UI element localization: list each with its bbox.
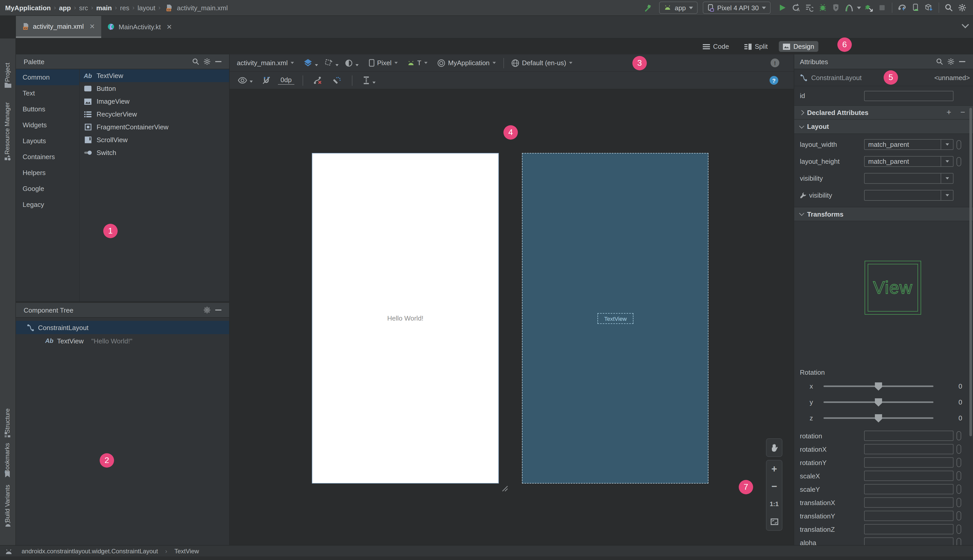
status-selected-component[interactable]: TextView	[174, 547, 199, 555]
chevron-down-icon[interactable]	[857, 7, 861, 9]
field-toggle[interactable]	[956, 431, 961, 440]
gear-icon[interactable]	[201, 57, 213, 67]
sidebar-item-build-variants[interactable]: Build Variants	[0, 500, 16, 508]
sidebar-item-project[interactable]: Project	[0, 68, 16, 77]
bookmark-icon[interactable]	[4, 471, 11, 478]
clear-constraints-button[interactable]	[311, 76, 324, 85]
mode-code-button[interactable]: Code	[699, 41, 733, 52]
device-select[interactable]: Pixel 4 API 30	[703, 2, 771, 14]
breadcrumb-file[interactable]: activity_main.xml	[176, 4, 229, 12]
infer-constraints-button[interactable]	[329, 76, 343, 85]
palette-category-legacy[interactable]: Legacy	[16, 197, 79, 213]
debug-button[interactable]	[816, 2, 829, 14]
settings-gear-icon[interactable]	[956, 2, 969, 14]
tab-mainactivity-kt[interactable]: MainActivity.kt ✕	[101, 16, 178, 38]
locale-selector[interactable]: Default (en-us)	[509, 59, 575, 67]
rotation-z-slider[interactable]	[824, 417, 933, 419]
device-manager-icon[interactable]	[909, 2, 922, 14]
mode-split-button[interactable]: Split	[740, 41, 772, 52]
default-margin-button[interactable]: 0dp	[278, 76, 294, 85]
visibility-select[interactable]	[864, 173, 953, 184]
layout-width-select[interactable]: match_parent	[864, 139, 953, 150]
hide-panel-icon[interactable]	[956, 57, 968, 67]
scrollbar[interactable]	[970, 108, 972, 436]
sidebar-item-resource-manager[interactable]: Resource Manager	[0, 124, 16, 132]
view-options-button[interactable]	[236, 77, 255, 84]
translationy-input[interactable]	[864, 511, 953, 521]
palette-category-text[interactable]: Text	[16, 85, 79, 101]
run-configuration-select[interactable]: app	[659, 2, 698, 14]
sdk-manager-icon[interactable]	[922, 2, 936, 14]
tree-row-textview[interactable]: Ab TextView "Hello World!"	[16, 334, 229, 347]
breadcrumb-layout[interactable]: layout	[136, 4, 156, 12]
tree-row-constraintlayout[interactable]: ConstraintLayout	[16, 321, 229, 334]
field-toggle[interactable]	[956, 458, 961, 467]
issue-indicator-icon[interactable]: !	[771, 58, 779, 67]
field-toggle[interactable]	[956, 525, 961, 534]
attach-debugger-icon[interactable]	[862, 2, 875, 14]
rotation-x-slider[interactable]	[824, 385, 933, 387]
hello-world-text[interactable]: Hello World!	[313, 314, 498, 322]
scaley-input[interactable]	[864, 484, 953, 494]
translationz-input[interactable]	[864, 524, 953, 534]
hide-panel-icon[interactable]	[213, 305, 224, 315]
alpha-input[interactable]	[864, 537, 953, 545]
palette-item-switch[interactable]: Switch	[80, 146, 229, 159]
search-icon[interactable]	[190, 57, 201, 67]
help-icon[interactable]: ?	[769, 76, 778, 85]
breadcrumb-app[interactable]: app	[58, 4, 72, 12]
folder-icon[interactable]	[4, 82, 12, 88]
id-input[interactable]	[864, 91, 953, 101]
sidebar-item-structure[interactable]: Structure	[0, 417, 16, 425]
gear-icon[interactable]	[945, 57, 956, 67]
zoom-to-fit-button[interactable]	[766, 513, 782, 530]
palette-category-common[interactable]: Common	[16, 69, 79, 85]
field-toggle[interactable]	[956, 445, 961, 454]
translationx-input[interactable]	[864, 497, 953, 508]
close-icon[interactable]: ✕	[89, 22, 95, 30]
breadcrumb-main[interactable]: main	[95, 4, 113, 12]
palette-category-layouts[interactable]: Layouts	[16, 133, 79, 149]
search-everywhere-icon[interactable]	[942, 2, 956, 14]
palette-item-button[interactable]: Button	[80, 82, 229, 95]
field-toggle[interactable]	[956, 498, 961, 507]
structure-icon[interactable]	[4, 432, 11, 438]
zoom-out-button[interactable]: −	[766, 478, 782, 495]
section-declared-attributes[interactable]: Declared Attributes + −	[794, 105, 973, 120]
build-hammer-icon[interactable]	[642, 2, 655, 14]
tab-activity-main-xml[interactable]: <> activity_main.xml ✕	[16, 16, 101, 38]
slider-thumb[interactable]	[875, 414, 882, 422]
slider-thumb[interactable]	[875, 382, 882, 391]
gradle-sync-icon[interactable]	[895, 2, 909, 14]
hide-panel-icon[interactable]	[213, 57, 224, 67]
zoom-in-button[interactable]: +	[766, 460, 782, 478]
remove-attribute-button[interactable]: −	[958, 108, 968, 117]
build-variants-icon[interactable]	[4, 521, 12, 527]
blueprint-view-canvas[interactable]: TextView	[522, 153, 709, 483]
breadcrumb-src[interactable]: src	[78, 4, 89, 12]
run-button[interactable]	[776, 2, 789, 14]
chevron-down-icon[interactable]	[962, 21, 969, 28]
field-toggle[interactable]	[956, 538, 961, 545]
rotation-y-slider[interactable]	[824, 402, 933, 403]
breadcrumb-project[interactable]: MyApplication	[4, 4, 52, 12]
section-transforms[interactable]: Transforms	[794, 207, 973, 221]
device-for-preview-selector[interactable]: Pixel	[367, 59, 400, 67]
mode-design-button[interactable]: Design	[779, 41, 818, 52]
blueprint-textview[interactable]: TextView	[597, 313, 634, 324]
palette-item-textview[interactable]: Ab TextView	[80, 69, 229, 82]
rotationx-input[interactable]	[864, 444, 953, 454]
slider-thumb[interactable]	[875, 398, 882, 407]
search-icon[interactable]	[934, 57, 945, 67]
layout-height-select[interactable]: match_parent	[864, 156, 953, 167]
canvas-resize-handle[interactable]	[501, 485, 508, 492]
rotation-input[interactable]	[864, 431, 953, 441]
add-attribute-button[interactable]: +	[944, 108, 954, 117]
field-toggle[interactable]	[956, 511, 961, 520]
field-toggle[interactable]	[956, 471, 961, 480]
orientation-selector[interactable]	[322, 58, 341, 67]
palette-category-containers[interactable]: Containers	[16, 149, 79, 165]
theme-selector[interactable]: MyApplication	[435, 59, 498, 67]
palette-category-google[interactable]: Google	[16, 181, 79, 197]
tools-visibility-select[interactable]	[864, 190, 953, 201]
